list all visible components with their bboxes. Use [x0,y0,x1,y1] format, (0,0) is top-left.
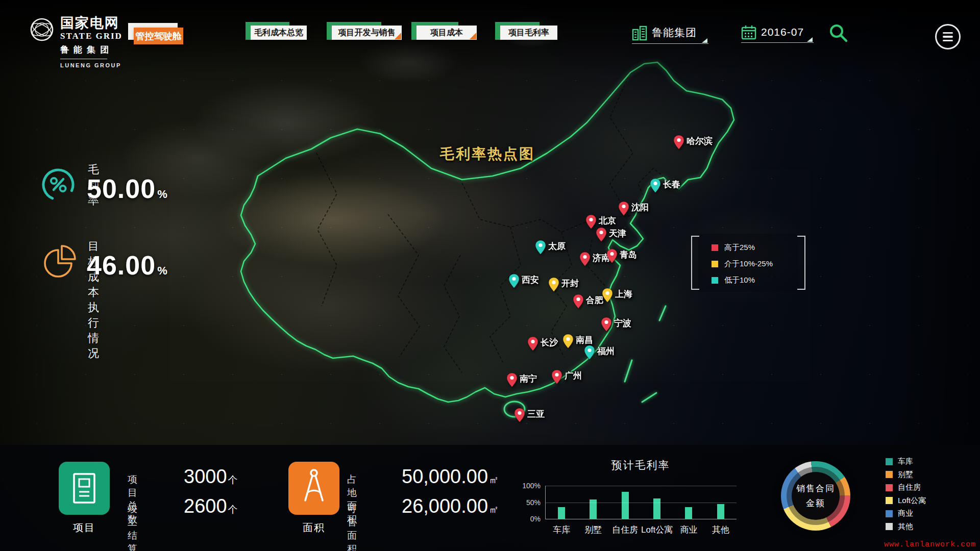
tab-5[interactable]: 项目毛利率 [495,26,557,40]
date-selector-value: 2016-07 [761,26,804,38]
tab-4[interactable]: 项目成本 [411,26,477,40]
donut-legend-item: 别墅 [886,471,926,479]
map-pin-宁波[interactable]: 宁波 [601,317,612,334]
map-pin-天津[interactable]: 天津 [596,227,607,244]
city-label: 南宁 [520,373,537,385]
pin-icon [548,277,559,292]
map-pin-开封[interactable]: 开封 [548,277,559,294]
tab-3[interactable]: 项目开发与销售 [327,26,402,40]
area-card-icon-box [288,462,339,515]
city-label: 福州 [597,345,615,357]
pin-icon [601,317,612,332]
map-pin-北京[interactable]: 北京 [585,214,597,232]
stat-row-label: 竣工结算 [128,503,138,551]
percent-gauge-icon [40,166,77,203]
donut-center-label: 销售合同 金额 [792,472,840,520]
menu-button[interactable] [935,24,961,49]
city-label: 开封 [561,278,579,289]
bar-categories: 车库别墅自住房Loft公寓商业其他 [546,524,737,536]
bar-Loft公寓 [653,498,660,519]
map-pin-长沙[interactable]: 长沙 [527,336,538,354]
tab-1[interactable]: 管控驾驶舱 [134,28,183,44]
pin-icon [650,178,661,193]
city-label: 长春 [663,179,680,190]
brand-group-cn: 鲁能集团 [60,45,122,54]
legend-label: 介于10%-25% [724,259,773,269]
kpi-unit: % [157,264,168,277]
city-label: 沈阳 [631,202,649,213]
map-pin-南宁[interactable]: 南宁 [506,372,518,390]
bar-category-label: 自住房 [609,524,641,536]
document-icon [59,462,110,515]
donut-legend-label: Loft公寓 [898,496,926,506]
map-pin-哈尔滨[interactable]: 哈尔滨 [673,135,684,152]
pin-icon [551,369,562,385]
donut-legend-swatch [886,484,893,491]
map-pin-上海[interactable]: 上海 [602,288,613,305]
pin-icon [602,288,613,303]
pin-icon [562,334,574,349]
city-label: 西安 [522,274,539,286]
donut-legend-item: 自住房 [886,484,926,491]
date-underline [741,42,814,43]
legend-item: 介于10%-25% [712,257,798,271]
y-axis-tick: 0% [512,515,541,523]
map-pin-福州[interactable]: 福州 [584,345,595,362]
bar-category-label: Loft公寓 [641,524,673,536]
map-pin-西安[interactable]: 西安 [508,273,520,291]
org-underline [632,43,708,44]
brand-group-en: LUNENG GROUP [60,63,122,68]
date-selector[interactable]: 2016-07 [741,24,814,40]
legend-swatch [712,244,718,251]
city-label: 哈尔滨 [687,135,713,147]
donut-legend-item: 商业 [886,510,926,517]
search-icon [828,22,849,44]
donut-legend-label: 自住房 [898,483,921,492]
gridline [546,503,737,503]
map-pin-长春[interactable]: 长春 [650,178,661,195]
menu-bar-icon [943,32,953,34]
map-pin-三亚[interactable]: 三亚 [514,408,525,425]
kpi-unit: % [157,188,168,201]
map-pin-南昌[interactable]: 南昌 [562,334,574,351]
bar-category-label: 车库 [546,524,577,536]
map-pin-青岛[interactable]: 青岛 [606,248,618,266]
org-selector[interactable]: 鲁能集团 [632,24,708,41]
legend-swatch [712,277,718,284]
city-label: 广州 [565,370,582,382]
donut-center-line2: 金额 [806,497,825,509]
pin-icon [535,240,546,255]
city-label: 上海 [615,288,632,300]
bar-category-label: 别墅 [577,524,609,536]
city-label: 南昌 [576,334,593,346]
dashboard-screen: 国家电网 STATE GRID 鲁能集团 LUNENG GROUP 管控驾驶舱毛… [0,0,980,551]
stat-row-value: 26,000.00 [402,495,488,517]
city-label: 合肥 [586,294,603,306]
stat-row-label: 可售面积 [347,503,357,551]
tab-2[interactable]: 毛利成本总览 [246,26,307,40]
stat-row-unit: 个 [228,474,238,485]
map-pin-沈阳[interactable]: 沈阳 [618,201,629,218]
stat-row-unit: 个 [228,504,238,515]
pie-slice-icon [40,243,79,282]
corner-flag-icon [395,33,401,39]
pin-icon [573,294,584,309]
bar-chart: 车库别墅自住房Loft公寓商业其他 100%50%0% [545,486,737,519]
watermark: www.lanlanwork.com [884,540,976,549]
map-pin-合肥[interactable]: 合肥 [573,294,584,311]
map-pin-济南[interactable]: 济南 [579,252,591,269]
compass-icon [288,462,339,515]
search-button[interactable] [828,22,849,46]
tab-label: 项目成本 [430,28,463,38]
pin-icon [585,214,597,230]
legend-item: 低于10% [712,273,798,287]
map-pin-太原[interactable]: 太原 [535,240,546,257]
tab-label: 项目毛利率 [508,28,549,38]
project-card-icon-box [59,462,110,515]
legend-item: 高于25% [712,241,798,255]
stat-row-unit: ㎡ [489,504,499,515]
city-label: 三亚 [527,408,545,420]
map-pin-广州[interactable]: 广州 [551,369,562,387]
legend-swatch [712,261,718,267]
donut-center-line1: 销售合同 [796,483,835,494]
